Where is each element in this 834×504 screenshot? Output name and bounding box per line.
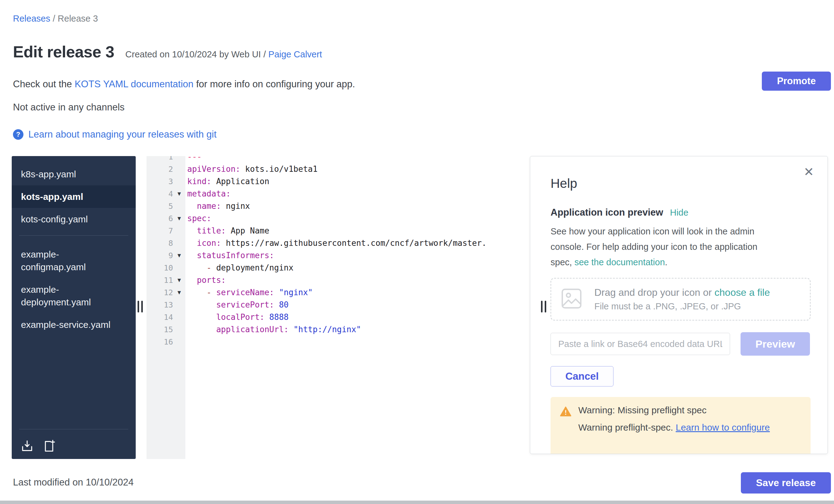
- file-tree: k8s-app.yaml kots-app.yaml kots-config.y…: [12, 156, 136, 459]
- icon-url-row: Preview: [551, 332, 811, 356]
- fold-arrow-icon[interactable]: ▾: [173, 214, 185, 222]
- file-item-label: k8s-app.yaml: [21, 168, 76, 180]
- file-tree-divider: [19, 235, 128, 236]
- fold-arrow-icon[interactable]: ▾: [173, 251, 185, 259]
- line-number: 9: [147, 251, 173, 260]
- help-panel-resize-handle[interactable]: [541, 301, 546, 314]
- breadcrumb-releases-link[interactable]: Releases: [13, 14, 50, 23]
- help-panel-title: Help: [551, 176, 811, 191]
- fold-arrow-icon[interactable]: ▾: [173, 288, 185, 297]
- title-row: Edit release 3 Created on 10/10/2024 by …: [13, 43, 322, 61]
- file-tree-actions: [20, 439, 56, 453]
- last-modified-text: Last modified on 10/10/2024: [13, 477, 134, 488]
- close-icon[interactable]: ✕: [804, 166, 814, 178]
- line-number: 10: [147, 263, 173, 272]
- import-file-icon[interactable]: [20, 439, 34, 453]
- breadcrumb-current: Release 3: [58, 14, 98, 23]
- line-number: 14: [147, 313, 173, 322]
- dropzone-text: Drag and drop your icon or choose a file…: [594, 287, 770, 311]
- warning-detail: Warning preflight-spec.: [578, 422, 673, 433]
- git-releases-help-link[interactable]: Learn about managing your releases with …: [28, 129, 217, 140]
- dropzone-filetypes: File must be a .PNG, .JPEG, or .JPG: [594, 301, 770, 311]
- docs-hint-suffix: for more info on configuring your app.: [196, 79, 355, 89]
- fold-arrow-icon[interactable]: ▾: [173, 190, 185, 198]
- file-item-kots-app[interactable]: kots-app.yaml: [12, 185, 136, 208]
- warning-text: Warning: Missing preflight spec Warning …: [578, 405, 770, 454]
- save-release-button[interactable]: Save release: [741, 472, 831, 494]
- file-item-label: example-deployment.yaml: [21, 283, 116, 308]
- sidebar-resize-handle[interactable]: [137, 301, 143, 314]
- created-text: Created on 10/10/2024 by Web UI /: [125, 49, 266, 59]
- line-number: 7: [147, 226, 173, 235]
- git-help-row: ? Learn about managing your releases wit…: [13, 129, 217, 140]
- page-title: Edit release 3: [13, 43, 114, 61]
- file-item-label: example-configmap.yaml: [21, 248, 116, 273]
- dropzone-instruction: Drag and drop your icon or: [594, 287, 712, 298]
- release-editor-workspace: k8s-app.yaml kots-app.yaml kots-config.y…: [12, 156, 828, 459]
- line-number: 8: [147, 239, 173, 248]
- line-number: 5: [147, 202, 173, 211]
- file-item-label: kots-config.yaml: [21, 213, 88, 225]
- line-number: 11: [147, 276, 173, 285]
- line-number: 16: [147, 337, 173, 346]
- warning-title: Warning: Missing preflight spec: [578, 405, 770, 415]
- see-documentation-link[interactable]: see the documentation: [574, 257, 665, 267]
- line-number: 4: [147, 190, 173, 198]
- file-item-label: kots-app.yaml: [21, 190, 83, 203]
- kots-yaml-docs-link[interactable]: KOTS YAML documentation: [75, 79, 193, 89]
- file-item-example-deployment[interactable]: example-deployment.yaml: [12, 278, 136, 313]
- question-circle-icon: ?: [13, 129, 23, 140]
- line-number: 15: [147, 325, 173, 334]
- line-number: 2: [147, 165, 173, 174]
- file-item-kots-config[interactable]: kots-config.yaml: [12, 208, 136, 231]
- file-item-label: example-service.yaml: [21, 318, 110, 331]
- created-info: Created on 10/10/2024 by Web UI / Paige …: [125, 49, 322, 60]
- channel-status: Not active in any channels: [13, 102, 125, 113]
- file-item-k8s-app[interactable]: k8s-app.yaml: [12, 163, 136, 185]
- docs-hint-prefix: Check out the: [13, 79, 72, 89]
- warning-box: Warning: Missing preflight spec Warning …: [551, 397, 811, 454]
- cancel-button[interactable]: Cancel: [551, 366, 613, 387]
- docs-hint: Check out the KOTS YAML documentation fo…: [13, 79, 355, 90]
- learn-configure-link[interactable]: Learn how to configure: [676, 422, 770, 433]
- breadcrumb: Releases / Release 3: [13, 14, 98, 24]
- icon-preview-header: Application icon preview Hide: [551, 207, 811, 218]
- fold-arrow-icon[interactable]: ▾: [173, 276, 185, 284]
- icon-preview-description: See how your application icon will look …: [551, 224, 779, 270]
- description-period: .: [665, 257, 667, 267]
- line-number: 6: [147, 214, 173, 223]
- choose-file-link[interactable]: choose a file: [715, 287, 770, 298]
- breadcrumb-separator: /: [53, 14, 55, 23]
- icon-dropzone[interactable]: Drag and drop your icon or choose a file…: [551, 278, 811, 321]
- author-link[interactable]: Paige Calvert: [268, 49, 322, 59]
- icon-url-input[interactable]: [551, 333, 730, 355]
- line-number: 12: [147, 288, 173, 297]
- image-placeholder-icon: [559, 286, 584, 312]
- hide-link[interactable]: Hide: [670, 207, 688, 218]
- promote-button[interactable]: Promote: [762, 71, 831, 91]
- preview-button[interactable]: Preview: [741, 332, 810, 356]
- help-panel: ✕ Help Application icon preview Hide See…: [530, 156, 828, 454]
- line-number: 3: [147, 177, 173, 186]
- warning-icon: [560, 405, 572, 454]
- new-file-icon[interactable]: [43, 439, 56, 453]
- line-number: 13: [147, 301, 173, 309]
- icon-preview-title: Application icon preview: [551, 207, 663, 218]
- file-item-example-service[interactable]: example-service.yaml: [12, 313, 136, 336]
- line-number: 1: [147, 156, 173, 161]
- bottom-scrollbar[interactable]: [0, 501, 834, 504]
- file-item-example-configmap[interactable]: example-configmap.yaml: [12, 243, 136, 278]
